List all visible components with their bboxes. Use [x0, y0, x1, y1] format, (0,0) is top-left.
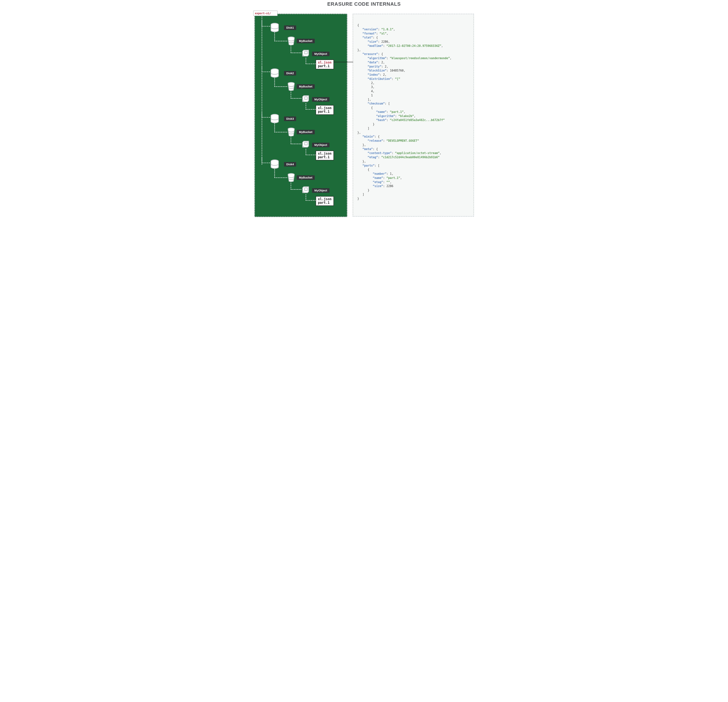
tree-elbow — [290, 181, 302, 190]
object-icon — [302, 49, 311, 58]
tree-elbow — [261, 112, 270, 118]
bucket-icon — [287, 173, 295, 182]
export-root-label: export-x1/ — [253, 11, 277, 16]
page-title: ERASURE CODE INTERNALS — [250, 1, 478, 7]
tree-elbow — [261, 21, 270, 26]
object-icon — [302, 94, 311, 104]
file-xl-json: xl.json — [318, 197, 332, 201]
object-parts-box: xl.json part.1 — [316, 105, 334, 115]
file-part: part.1 — [318, 201, 329, 204]
tree-elbow — [274, 123, 287, 132]
database-icon — [270, 159, 279, 169]
tree-elbow — [274, 169, 287, 178]
disk-label: Disk3 — [284, 116, 296, 121]
object-label: MyObject — [312, 97, 329, 102]
file-xl-json: xl.json — [318, 106, 332, 110]
disk-icon — [270, 68, 279, 78]
object-icon — [302, 140, 311, 149]
xl-json-link-line — [334, 62, 353, 62]
bucket-label: MyBucket — [297, 175, 315, 180]
database-icon — [270, 114, 279, 124]
disk-icon — [270, 23, 279, 33]
tree-elbow — [290, 136, 302, 144]
svg-rect-5 — [305, 97, 307, 100]
tree-elbow — [274, 78, 287, 87]
file-xl-json: xl.json — [318, 61, 332, 64]
disk-label: Disk2 — [284, 71, 296, 75]
disk-label: Disk1 — [284, 25, 296, 30]
file-part: part.1 — [318, 110, 329, 113]
bucket-label: MyBucket — [297, 130, 315, 134]
bucket-label: MyBucket — [297, 39, 315, 43]
disk-icon — [270, 114, 279, 124]
tree-elbow — [306, 149, 316, 155]
database-icon — [270, 23, 279, 33]
tree-elbow — [290, 90, 302, 98]
xl-json-panel: { “version”: “1.0.1”, “format”: “xl”, “s… — [352, 14, 474, 217]
object-label: MyObject — [312, 188, 329, 193]
tree-elbow — [306, 58, 316, 64]
bucket-label: MyBucket — [297, 84, 315, 89]
tree-elbow — [306, 103, 316, 110]
object-parts-box: xl.json part.1 — [316, 196, 334, 206]
object-icon — [302, 94, 311, 104]
tree-spine — [261, 16, 262, 165]
object-icon — [302, 185, 311, 195]
disk-label: Disk4 — [284, 162, 296, 166]
object-icon — [302, 49, 311, 58]
tree-elbow — [290, 45, 302, 53]
object-icon — [302, 140, 311, 149]
object-label: MyObject — [312, 143, 329, 147]
bucket-icon — [287, 36, 295, 45]
object-icon — [302, 185, 311, 195]
svg-rect-8 — [305, 142, 307, 145]
bucket-icon — [287, 36, 295, 45]
object-label: MyObject — [312, 52, 329, 56]
database-icon — [270, 68, 279, 78]
bucket-icon — [287, 82, 295, 91]
tree-elbow — [274, 32, 287, 41]
disk-icon — [270, 159, 279, 169]
file-part: part.1 — [318, 155, 329, 159]
file-xl-json: xl.json — [318, 152, 332, 155]
bucket-icon — [287, 82, 295, 91]
file-part: part.1 — [318, 64, 329, 68]
svg-rect-2 — [305, 51, 307, 54]
tree-elbow — [261, 158, 270, 163]
object-parts-box: xl.json part.1 — [316, 59, 334, 69]
tree-elbow — [306, 194, 316, 201]
svg-rect-11 — [305, 188, 307, 191]
bucket-icon — [287, 127, 295, 136]
bucket-icon — [287, 127, 295, 136]
tree-elbow — [261, 67, 270, 72]
object-parts-box: xl.json part.1 — [316, 151, 334, 160]
bucket-icon — [287, 173, 295, 182]
